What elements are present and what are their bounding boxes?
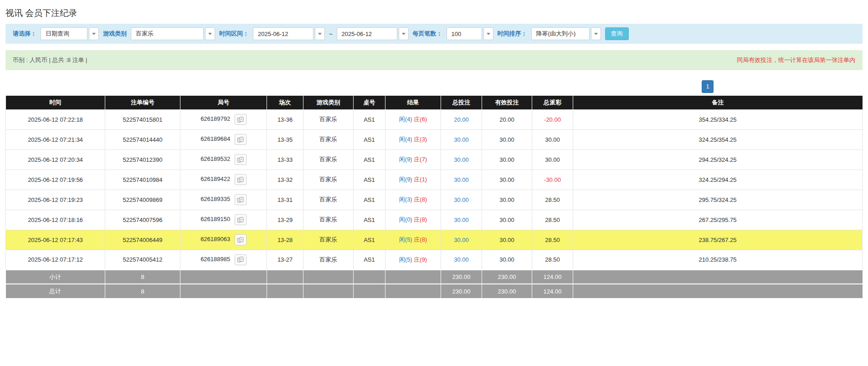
column-header: 总派彩 [532,96,573,109]
chevron-down-icon[interactable] [205,27,215,40]
chevron-down-icon[interactable] [315,27,325,40]
total-bet-link[interactable]: 30.00 [454,256,469,263]
cell-game-type: 百家乐 [303,149,354,170]
result-banker: 庄(3) [414,136,427,143]
cell-total-bet: 30.00 [441,250,482,270]
view-cards-icon[interactable] [235,154,247,165]
cell-game-type: 百家乐 [303,250,354,270]
view-cards-icon[interactable] [235,174,247,185]
cell-table-no: AS1 [354,250,385,270]
cell-result: 闲(9) 庄(1) [385,170,441,190]
cell-time: 2025-06-12 07:17:43 [6,230,105,250]
total-bet-link[interactable]: 20.00 [454,116,469,123]
cell-bet-id: 522574006449 [105,230,180,250]
cell-payout: -20.00 [532,109,573,129]
total-bet-link[interactable]: 30.00 [454,196,469,203]
date-from-value: 2025-06-12 [253,27,313,40]
total-bet-link[interactable]: 30.00 [454,217,469,223]
cell-total-bet: 30.00 [441,230,482,250]
result-player: 闲(0) [399,216,412,223]
column-header: 场次 [267,96,303,109]
column-header: 总投注 [441,96,482,109]
per-page-label: 每页笔数： [413,30,442,38]
cell-table-no: AS1 [354,129,385,149]
cell-session: 13-36 [267,109,303,129]
cell-round-id: 626189684 [180,129,267,149]
chevron-down-icon[interactable] [399,27,409,40]
view-cards-icon[interactable] [235,194,247,205]
column-header: 有效投注 [482,96,532,109]
cell-valid-bet: 30.00 [482,170,532,190]
cell-session: 13-28 [267,230,303,250]
page-title: 视讯 会员下注纪录 [5,7,863,19]
result-player: 闲(5) [399,236,412,243]
page-button-1[interactable]: 1 [702,80,714,93]
cell-remark: 295.75/324.25 [573,190,863,210]
cell-payout: 28.50 [532,230,573,250]
cell-valid-bet: 30.00 [482,190,532,210]
cell-remark: 324.25/354.25 [573,129,863,149]
grand-total-count: 8 [105,284,180,298]
column-header: 游戏类别 [303,96,354,109]
table-row: 2025-06-12 07:20:34 522574012390 6261895… [6,149,863,170]
game-type-select[interactable]: 百家乐 [131,27,215,40]
view-cards-icon[interactable] [235,114,247,125]
cell-round-id: 626189532 [180,149,267,170]
cell-table-no: AS1 [354,230,385,250]
chevron-down-icon[interactable] [89,27,99,40]
round-id-text: 626189792 [200,115,230,122]
cell-result: 闲(5) 庄(9) [385,250,441,270]
cell-remark: 210.25/238.75 [573,250,863,270]
result-player: 闲(5) [399,256,412,263]
total-bet-link[interactable]: 30.00 [454,136,469,143]
chevron-down-icon[interactable] [591,27,601,40]
cell-valid-bet: 20.00 [482,109,532,129]
search-button[interactable]: 查询 [605,27,629,40]
cell-table-no: AS1 [354,149,385,170]
per-page-select[interactable]: 100 [447,27,493,40]
total-bet-link[interactable]: 30.00 [454,176,469,183]
view-cards-icon[interactable] [235,214,247,225]
cell-session: 13-32 [267,170,303,190]
records-table: 时间注单编号局号场次游戏类别桌号结果总投注有效投注总派彩备注 2025-06-1… [5,96,863,298]
date-from-select[interactable]: 2025-06-12 [253,27,325,40]
cell-valid-bet: 30.00 [482,129,532,149]
sort-order-value: 降幂(由大到小) [531,27,590,40]
cell-round-id: 626188985 [180,250,267,270]
grand-total-label: 总计 [6,284,105,298]
grand-total-payout: 124.00 [532,284,573,298]
sort-order-select[interactable]: 降幂(由大到小) [531,27,601,40]
cell-bet-id: 522574010984 [105,170,180,190]
range-separator: ~ [329,31,333,37]
per-page-value: 100 [447,27,482,40]
cell-time: 2025-06-12 07:17:12 [6,250,105,270]
column-header: 注单编号 [105,96,180,109]
result-banker: 庄(6) [414,116,427,123]
view-cards-icon[interactable] [235,134,247,145]
cell-time: 2025-06-12 07:19:23 [6,190,105,210]
subtotal-label: 小计 [6,270,105,284]
round-id-text: 626189684 [200,135,230,142]
date-to-select[interactable]: 2025-06-12 [337,27,409,40]
valid-bet-notice: 同局有效投注，统一计算在该局第一张注单内 [737,56,855,64]
cell-valid-bet: 30.00 [482,149,532,170]
total-bet-link[interactable]: 30.00 [454,237,469,243]
result-player: 闲(3) [399,196,412,203]
result-banker: 庄(8) [414,236,427,243]
cell-result: 闲(3) 庄(8) [385,190,441,210]
cell-round-id: 626189063 [180,230,267,250]
cell-game-type: 百家乐 [303,190,354,210]
view-cards-icon[interactable] [235,254,247,265]
table-row: 2025-06-12 07:21:34 522574014440 6261896… [6,129,863,149]
chevron-down-icon[interactable] [483,27,493,40]
sort-order-label: 时间排序： [498,30,527,38]
column-header: 时间 [6,96,105,109]
view-cards-icon[interactable] [235,234,247,245]
query-type-select[interactable]: 日期查询 [41,27,99,40]
table-row: 2025-06-12 07:19:23 522574009869 6261893… [6,190,863,210]
cell-time: 2025-06-12 07:19:56 [6,170,105,190]
total-bet-link[interactable]: 30.00 [454,156,469,163]
cell-bet-id: 522574005412 [105,250,180,270]
round-id-text: 626189150 [200,216,230,222]
grand-total-valid-bet: 230.00 [482,284,532,298]
